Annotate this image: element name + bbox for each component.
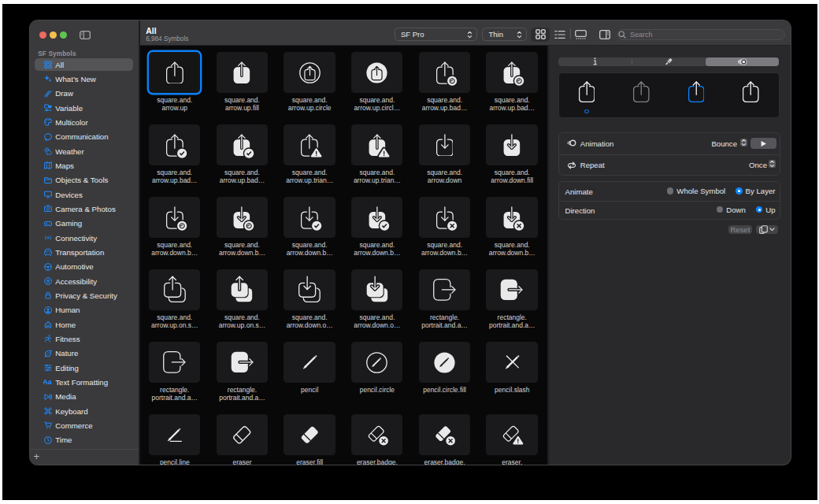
- svg-text:Aa: Aa: [43, 379, 53, 387]
